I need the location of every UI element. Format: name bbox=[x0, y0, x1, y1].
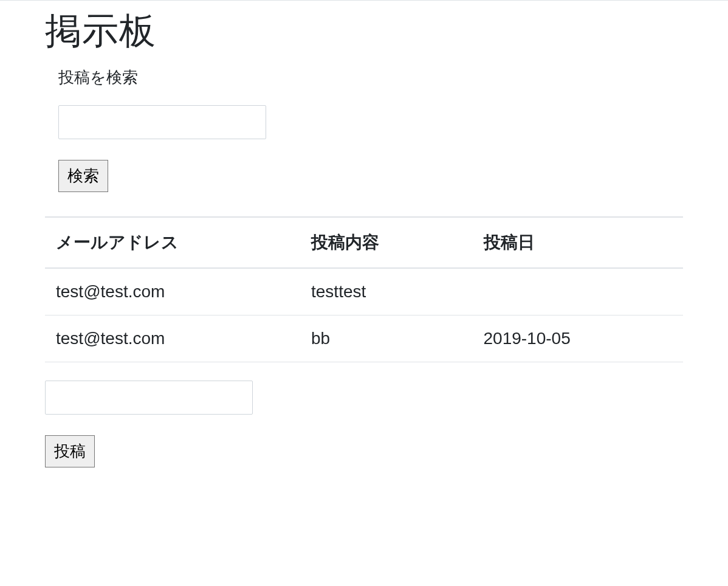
post-section: 投稿 bbox=[45, 381, 683, 467]
table-row: test@test.com bb 2019-10-05 bbox=[45, 315, 683, 362]
search-button[interactable]: 検索 bbox=[58, 160, 108, 192]
cell-date bbox=[473, 268, 684, 315]
table-header-row: メールアドレス 投稿内容 投稿日 bbox=[45, 217, 683, 268]
header-date: 投稿日 bbox=[473, 217, 684, 268]
top-divider bbox=[0, 0, 728, 1]
cell-content: bb bbox=[300, 315, 473, 362]
main-container: 掲示板 投稿を検索 検索 メールアドレス 投稿内容 投稿日 test@test.… bbox=[36, 7, 692, 467]
page-title: 掲示板 bbox=[45, 7, 683, 56]
search-section: 投稿を検索 検索 bbox=[58, 67, 683, 192]
post-button[interactable]: 投稿 bbox=[45, 435, 95, 467]
post-input[interactable] bbox=[45, 381, 253, 415]
search-input[interactable] bbox=[58, 105, 266, 139]
header-email: メールアドレス bbox=[45, 217, 300, 268]
cell-date: 2019-10-05 bbox=[473, 315, 684, 362]
cell-email: test@test.com bbox=[45, 268, 300, 315]
posts-table: メールアドレス 投稿内容 投稿日 test@test.com testtest … bbox=[45, 216, 683, 362]
cell-email: test@test.com bbox=[45, 315, 300, 362]
search-label: 投稿を検索 bbox=[58, 67, 683, 88]
header-content: 投稿内容 bbox=[300, 217, 473, 268]
cell-content: testtest bbox=[300, 268, 473, 315]
table-row: test@test.com testtest bbox=[45, 268, 683, 315]
